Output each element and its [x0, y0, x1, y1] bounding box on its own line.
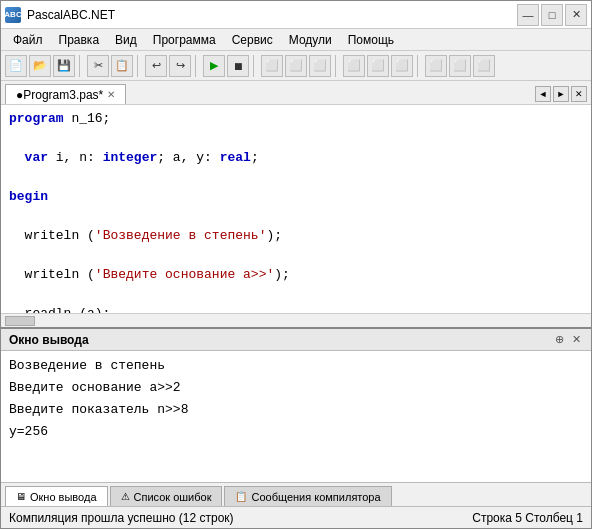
code-editor[interactable]: program n_16; var i, n: integer; a, y: r… [1, 105, 591, 313]
tab-bar: ●Program3.pas* ✕ ◄ ► ✕ [1, 81, 591, 105]
minimize-button[interactable]: — [517, 4, 539, 26]
app-icon: ABC [5, 7, 21, 23]
toolbar-run[interactable]: ▶ [203, 55, 225, 77]
toolbar-btn2[interactable]: ⬜ [285, 55, 307, 77]
toolbar-undo[interactable]: ↩ [145, 55, 167, 77]
errors-tab-icon: ⚠ [121, 491, 130, 502]
menu-edit[interactable]: Правка [51, 31, 108, 49]
output-content: Возведение в степень Введите основание а… [1, 351, 591, 482]
output-close-btn[interactable]: ✕ [570, 333, 583, 346]
output-line-2: Введите основание а>>2 [9, 377, 583, 399]
toolbar-btn6[interactable]: ⬜ [391, 55, 413, 77]
menu-bar: Файл Правка Вид Программа Сервис Модули … [1, 29, 591, 51]
output-panel: Окно вывода ⊕ ✕ Возведение в степень Вве… [1, 327, 591, 482]
toolbar-sep4 [253, 55, 257, 77]
toolbar-copy[interactable]: 📋 [111, 55, 133, 77]
toolbar-btn5[interactable]: ⬜ [367, 55, 389, 77]
toolbar-open[interactable]: 📂 [29, 55, 51, 77]
toolbar-sep6 [417, 55, 421, 77]
btab-errors[interactable]: ⚠ Список ошибок [110, 486, 223, 506]
bottom-tabs: 🖥 Окно вывода ⚠ Список ошибок 📋 Сообщени… [1, 482, 591, 506]
tab-label: ●Program3.pas* [16, 88, 103, 102]
output-tab-icon: 🖥 [16, 491, 26, 502]
menu-program[interactable]: Программа [145, 31, 224, 49]
btab-output[interactable]: 🖥 Окно вывода [5, 486, 108, 506]
toolbar-btn8[interactable]: ⬜ [449, 55, 471, 77]
title-bar: ABC PascalABC.NET — □ ✕ [1, 1, 591, 29]
main-window: ABC PascalABC.NET — □ ✕ Файл Правка Вид … [0, 0, 592, 529]
menu-help[interactable]: Помощь [340, 31, 402, 49]
toolbar-sep3 [195, 55, 199, 77]
title-bar-buttons: — □ ✕ [517, 4, 587, 26]
tab-program3[interactable]: ●Program3.pas* ✕ [5, 84, 126, 104]
toolbar-sep1 [79, 55, 83, 77]
toolbar: 📄 📂 💾 ✂ 📋 ↩ ↪ ▶ ⏹ ⬜ ⬜ ⬜ ⬜ ⬜ ⬜ ⬜ ⬜ ⬜ [1, 51, 591, 81]
menu-service[interactable]: Сервис [224, 31, 281, 49]
tab-controls: ◄ ► ✕ [535, 86, 587, 102]
menu-view[interactable]: Вид [107, 31, 145, 49]
btab-output-label: Окно вывода [30, 491, 97, 503]
output-line-3: Введите показатель n>>8 [9, 399, 583, 421]
status-bar: Компиляция прошла успешно (12 строк) Стр… [1, 506, 591, 528]
tab-close-all[interactable]: ✕ [571, 86, 587, 102]
output-header: Окно вывода ⊕ ✕ [1, 329, 591, 351]
menu-modules[interactable]: Модули [281, 31, 340, 49]
toolbar-new[interactable]: 📄 [5, 55, 27, 77]
maximize-button[interactable]: □ [541, 4, 563, 26]
horizontal-scrollbar[interactable] [1, 313, 591, 327]
btab-compiler[interactable]: 📋 Сообщения компилятора [224, 486, 391, 506]
menu-file[interactable]: Файл [5, 31, 51, 49]
toolbar-btn9[interactable]: ⬜ [473, 55, 495, 77]
toolbar-btn4[interactable]: ⬜ [343, 55, 365, 77]
compiler-tab-icon: 📋 [235, 491, 247, 502]
toolbar-sep5 [335, 55, 339, 77]
toolbar-btn1[interactable]: ⬜ [261, 55, 283, 77]
output-title: Окно вывода [9, 333, 89, 347]
window-title: PascalABC.NET [27, 8, 517, 22]
output-pin-btn[interactable]: ⊕ [553, 333, 566, 346]
toolbar-stop[interactable]: ⏹ [227, 55, 249, 77]
tab-scroll-right[interactable]: ► [553, 86, 569, 102]
output-controls: ⊕ ✕ [553, 333, 583, 346]
toolbar-save[interactable]: 💾 [53, 55, 75, 77]
editor-area: program n_16; var i, n: integer; a, y: r… [1, 105, 591, 327]
toolbar-btn3[interactable]: ⬜ [309, 55, 331, 77]
toolbar-sep2 [137, 55, 141, 77]
status-right: Строка 5 Столбец 1 [472, 511, 583, 525]
btab-compiler-label: Сообщения компилятора [251, 491, 380, 503]
toolbar-cut[interactable]: ✂ [87, 55, 109, 77]
tab-close-btn[interactable]: ✕ [107, 89, 115, 100]
toolbar-btn7[interactable]: ⬜ [425, 55, 447, 77]
btab-errors-label: Список ошибок [134, 491, 212, 503]
close-button[interactable]: ✕ [565, 4, 587, 26]
tab-scroll-left[interactable]: ◄ [535, 86, 551, 102]
status-left: Компиляция прошла успешно (12 строк) [9, 511, 234, 525]
output-line-4: y=256 [9, 421, 583, 443]
output-line-1: Возведение в степень [9, 355, 583, 377]
toolbar-redo[interactable]: ↪ [169, 55, 191, 77]
